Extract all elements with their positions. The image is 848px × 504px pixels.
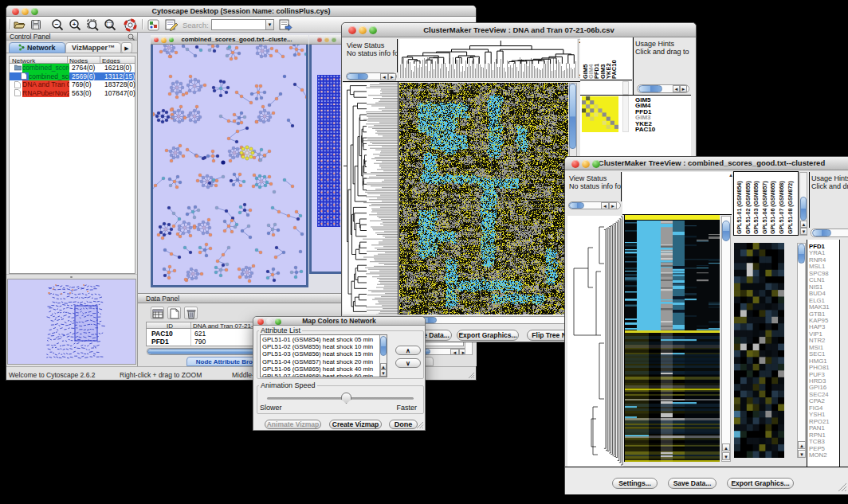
svg-text:−: − [55, 21, 59, 28]
svg-text:⬚: ⬚ [106, 21, 112, 28]
svg-text:+: + [73, 21, 77, 28]
